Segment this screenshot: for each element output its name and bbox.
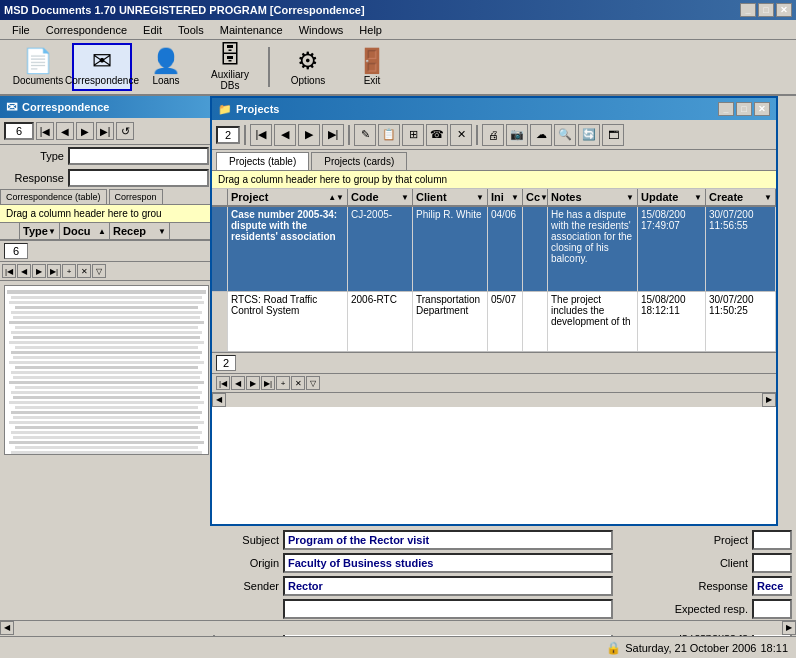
response-input-right[interactable] bbox=[752, 576, 792, 596]
page-first-btn[interactable]: |◀ bbox=[216, 376, 230, 390]
tab-projects-table[interactable]: Projects (table) bbox=[216, 152, 309, 170]
col-project-header[interactable]: Project ▲▼ bbox=[228, 189, 348, 205]
projects-hscroll[interactable]: ◀ ▶ bbox=[212, 392, 776, 406]
page-prev-btn[interactable]: ◀ bbox=[231, 376, 245, 390]
hscroll-left-btn[interactable]: ◀ bbox=[212, 393, 226, 407]
ini-sort-icon: ▼ bbox=[511, 193, 519, 202]
blank-input[interactable] bbox=[283, 599, 613, 619]
exit-button[interactable]: 🚪 Exit bbox=[342, 43, 402, 91]
correspondence-icon: ✉ bbox=[92, 49, 112, 73]
proj-btn-delete[interactable]: ✕ bbox=[450, 124, 472, 146]
table-row[interactable]: Case number 2005-34: dispute with the re… bbox=[212, 207, 776, 292]
menu-tools[interactable]: Tools bbox=[170, 22, 212, 38]
col-client-header[interactable]: Client ▼ bbox=[413, 189, 488, 205]
project-input[interactable] bbox=[752, 530, 792, 550]
cc-cell bbox=[523, 292, 548, 351]
col-recep-header[interactable]: Recep▼ bbox=[110, 223, 170, 239]
col-cc-header[interactable]: Cc ▼ bbox=[523, 189, 548, 205]
page-filter-btn[interactable]: ▽ bbox=[306, 376, 320, 390]
tab-projects-cards[interactable]: Projects (cards) bbox=[311, 152, 407, 170]
col-docu-header[interactable]: Docu▲ bbox=[60, 223, 110, 239]
auxiliary-dbs-button[interactable]: 🗄 Auxiliary DBs bbox=[200, 43, 260, 91]
page-next-btn[interactable]: ▶ bbox=[246, 376, 260, 390]
proj-btn-phone[interactable]: ☎ bbox=[426, 124, 448, 146]
col-code-header[interactable]: Code ▼ bbox=[348, 189, 413, 205]
updated-cell: 15/08/200 17:49:07 bbox=[638, 207, 706, 291]
projects-nav-input[interactable] bbox=[216, 126, 240, 144]
col-updated-header[interactable]: Update ▼ bbox=[638, 189, 706, 205]
nav-prev-button[interactable]: ◀ bbox=[56, 122, 74, 140]
documents-button[interactable]: 📄 Documents bbox=[8, 43, 68, 91]
page-del-btn[interactable]: ✕ bbox=[291, 376, 305, 390]
correspondence-panel-icon: ✉ bbox=[6, 99, 18, 115]
menu-edit[interactable]: Edit bbox=[135, 22, 170, 38]
sender-input[interactable] bbox=[283, 576, 613, 596]
proj-btn-edit[interactable]: ✎ bbox=[354, 124, 376, 146]
correspondence-button[interactable]: ✉ Correspondence bbox=[72, 43, 132, 91]
client-input[interactable] bbox=[752, 553, 792, 573]
maximize-button[interactable]: □ bbox=[758, 3, 774, 17]
proj-btn-photo[interactable]: 📷 bbox=[506, 124, 528, 146]
expected-resp-input[interactable] bbox=[752, 599, 792, 619]
menu-windows[interactable]: Windows bbox=[291, 22, 352, 38]
nav-first-button[interactable]: |◀ bbox=[36, 122, 54, 140]
main-hscroll-left[interactable]: ◀ bbox=[0, 621, 14, 635]
table-row[interactable]: RTCS: Road Traffic Control System 2006-R… bbox=[212, 292, 776, 352]
main-hscroll[interactable]: ◀ ▶ bbox=[0, 620, 796, 634]
grid-nav-next[interactable]: ▶ bbox=[32, 264, 46, 278]
minimize-button[interactable]: _ bbox=[740, 3, 756, 17]
loans-button[interactable]: 👤 Loans bbox=[136, 43, 196, 91]
hscroll-right-btn[interactable]: ▶ bbox=[762, 393, 776, 407]
proj-btn-add[interactable]: ⊞ bbox=[402, 124, 424, 146]
menu-help[interactable]: Help bbox=[351, 22, 390, 38]
col-ini-header[interactable]: Ini ▼ bbox=[488, 189, 523, 205]
close-button[interactable]: ✕ bbox=[776, 3, 792, 17]
projects-close-button[interactable]: ✕ bbox=[754, 102, 770, 116]
grid-record-input[interactable] bbox=[4, 243, 28, 259]
subject-input[interactable] bbox=[283, 530, 613, 550]
nav-next-button[interactable]: ▶ bbox=[76, 122, 94, 140]
grid-nav-prev[interactable]: ◀ bbox=[17, 264, 31, 278]
main-hscroll-track[interactable] bbox=[14, 621, 782, 635]
options-button[interactable]: ⚙ Options bbox=[278, 43, 338, 91]
proj-btn-cloud[interactable]: ☁ bbox=[530, 124, 552, 146]
tab-correspondence-table[interactable]: Correspondence (table) bbox=[0, 189, 107, 204]
type-input[interactable] bbox=[68, 147, 209, 165]
menu-maintenance[interactable]: Maintenance bbox=[212, 22, 291, 38]
projects-maximize-button[interactable]: □ bbox=[736, 102, 752, 116]
grid-nav-filter[interactable]: ▽ bbox=[92, 264, 106, 278]
proj-btn-prev[interactable]: ◀ bbox=[274, 124, 296, 146]
grid-nav-add[interactable]: + bbox=[62, 264, 76, 278]
proj-btn-window[interactable]: 🗔 bbox=[602, 124, 624, 146]
proj-btn-refresh[interactable]: 🔄 bbox=[578, 124, 600, 146]
hscroll-track[interactable] bbox=[226, 393, 762, 407]
correspondence-grid-body: |◀ ◀ ▶ ▶| + ✕ ▽ bbox=[0, 241, 213, 461]
projects-minimize-button[interactable]: _ bbox=[718, 102, 734, 116]
proj-btn-search[interactable]: 🔍 bbox=[554, 124, 576, 146]
menu-correspondence[interactable]: Correspondence bbox=[38, 22, 135, 38]
grid-nav-del[interactable]: ✕ bbox=[77, 264, 91, 278]
projects-window: 📁 Projects _ □ ✕ |◀ ◀ ▶ ▶| ✎ 📋 ⊞ ☎ ✕ 🖨 bbox=[210, 96, 778, 526]
nav-refresh-button[interactable]: ↺ bbox=[116, 122, 134, 140]
col-created-header[interactable]: Create ▼ bbox=[706, 189, 776, 205]
projects-bottom-nav: 2 bbox=[212, 352, 776, 373]
record-nav-input[interactable] bbox=[4, 122, 34, 140]
page-last-btn[interactable]: ▶| bbox=[261, 376, 275, 390]
proj-btn-print[interactable]: 🖨 bbox=[482, 124, 504, 146]
origin-input[interactable] bbox=[283, 553, 613, 573]
nav-last-button[interactable]: ▶| bbox=[96, 122, 114, 140]
expected-row: Expected resp. bbox=[214, 599, 792, 619]
tab-correspondence-cards[interactable]: Correspon bbox=[109, 189, 163, 204]
col-notes-header[interactable]: Notes ▼ bbox=[548, 189, 638, 205]
main-hscroll-right[interactable]: ▶ bbox=[782, 621, 796, 635]
proj-btn-next[interactable]: ▶ bbox=[298, 124, 320, 146]
col-type-header[interactable]: Type▼ bbox=[20, 223, 60, 239]
page-add-btn[interactable]: + bbox=[276, 376, 290, 390]
grid-nav-last[interactable]: ▶| bbox=[47, 264, 61, 278]
proj-btn-first[interactable]: |◀ bbox=[250, 124, 272, 146]
response-input[interactable] bbox=[68, 169, 209, 187]
grid-nav-first[interactable]: |◀ bbox=[2, 264, 16, 278]
menu-file[interactable]: File bbox=[4, 22, 38, 38]
proj-btn-copy[interactable]: 📋 bbox=[378, 124, 400, 146]
proj-btn-last[interactable]: ▶| bbox=[322, 124, 344, 146]
